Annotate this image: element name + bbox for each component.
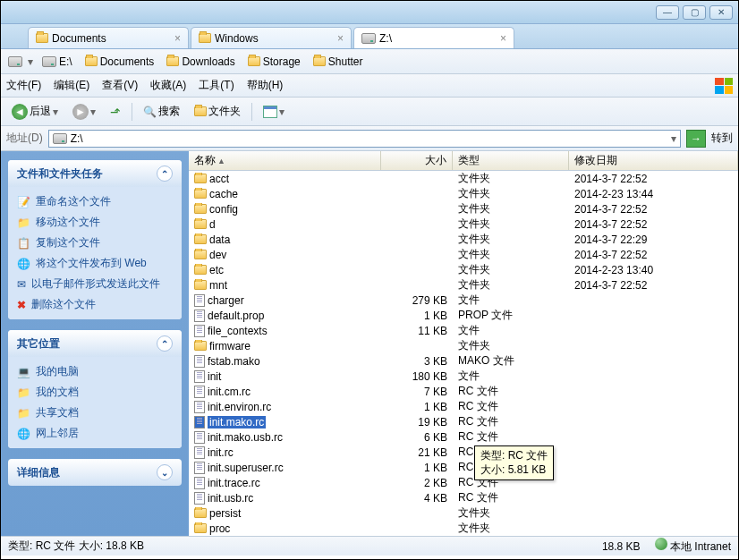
file-row[interactable]: persist文件夹: [189, 505, 738, 521]
close-button[interactable]: ✕: [709, 5, 733, 20]
go-button[interactable]: →: [686, 130, 706, 148]
back-button[interactable]: ◄ 后退▾: [8, 102, 62, 122]
file-type: 文件夹: [453, 338, 569, 353]
folder-icon: [199, 33, 211, 43]
file-row[interactable]: charger279 KB文件: [189, 293, 738, 308]
file-row[interactable]: mnt文件夹2014-3-7 22:52: [189, 277, 738, 293]
drive-icon: [53, 133, 67, 144]
folder-icon: [36, 33, 48, 43]
details-header[interactable]: 详细信息 ⌄: [8, 459, 182, 486]
file-type: 文件夹: [453, 277, 569, 293]
place-item[interactable]: 🌐网上邻居: [17, 426, 173, 441]
file-row[interactable]: init.environ.rc1 KBRC 文件: [189, 399, 738, 414]
other-places-panel: 其它位置 ⌃ 💻我的电脑📁我的文档📁共享文档🌐网上邻居: [8, 330, 182, 448]
address-input[interactable]: Z:\ ▾: [48, 130, 681, 148]
folder-icon: [85, 56, 98, 66]
file-row[interactable]: etc文件夹2014-2-23 13:40: [189, 262, 738, 277]
column-name[interactable]: 名称▲: [189, 151, 381, 170]
quick-link[interactable]: E:\: [38, 54, 76, 70]
minimize-button[interactable]: —: [656, 5, 679, 20]
tab[interactable]: Documents×: [28, 27, 189, 48]
tasks-panel-header[interactable]: 文件和文件夹任务 ⌃: [8, 160, 182, 187]
tab-close[interactable]: ×: [174, 32, 181, 45]
menu-edit[interactable]: 编辑(E): [54, 78, 89, 93]
menu-help[interactable]: 帮助(H): [247, 78, 284, 93]
file-name: mnt: [209, 279, 227, 292]
file-icon: [194, 477, 205, 489]
search-button[interactable]: 🔍搜索: [140, 102, 183, 121]
file-row[interactable]: acct文件夹2014-3-7 22:52: [189, 171, 738, 186]
file-row[interactable]: default.prop1 KBPROP 文件: [189, 308, 738, 323]
file-icon: [194, 325, 205, 337]
menu-view[interactable]: 查看(V): [102, 78, 138, 93]
file-row[interactable]: file_contexts11 KB文件: [189, 323, 738, 338]
up-button[interactable]: ⬏: [106, 103, 124, 121]
file-date: 2014-3-7 22:52: [569, 173, 738, 185]
file-row[interactable]: init180 KB文件: [189, 369, 738, 384]
file-row[interactable]: d文件夹2014-3-7 22:52: [189, 216, 738, 232]
tab[interactable]: Windows×: [191, 27, 352, 48]
file-row[interactable]: init.superuser.rc1 KBRC 文件: [189, 460, 738, 475]
quick-link[interactable]: Documents: [81, 54, 158, 70]
collapse-icon: ⌃: [157, 335, 173, 352]
forward-button[interactable]: ► ▾: [69, 102, 99, 122]
file-row[interactable]: init.cm.rc7 KBRC 文件: [189, 384, 738, 399]
tab-close[interactable]: ×: [500, 32, 506, 45]
task-item[interactable]: ✉以电子邮件形式发送此文件: [17, 276, 173, 292]
file-type: 文件夹: [453, 216, 569, 232]
address-dropdown[interactable]: ▾: [671, 132, 676, 145]
task-icon: 📝: [17, 196, 30, 208]
file-type: 文件: [453, 293, 569, 308]
file-row[interactable]: fstab.mako3 KBMAKO 文件: [189, 353, 738, 369]
place-item[interactable]: 📁我的文档: [17, 385, 173, 400]
file-row[interactable]: data文件夹2014-3-7 22:29: [189, 232, 738, 247]
file-row[interactable]: init.mako.rc19 KBRC 文件: [189, 414, 738, 429]
folder-icon: [194, 219, 207, 229]
file-size: 2 KB: [381, 477, 453, 489]
tab-close[interactable]: ×: [337, 32, 344, 45]
other-places-header[interactable]: 其它位置 ⌃: [8, 330, 182, 357]
column-type[interactable]: 类型: [453, 151, 569, 170]
file-row[interactable]: cache文件夹2014-2-23 13:44: [189, 186, 738, 201]
file-name: init.superuser.rc: [208, 462, 284, 474]
quick-link[interactable]: Shutter: [310, 54, 367, 70]
place-icon: 📁: [17, 407, 30, 420]
file-name: init.usb.rc: [208, 492, 253, 505]
tab[interactable]: Z:\×: [353, 27, 514, 48]
maximize-button[interactable]: ▢: [683, 5, 706, 20]
task-icon: 📋: [17, 237, 30, 250]
place-item[interactable]: 📁共享文档: [17, 405, 173, 420]
file-row[interactable]: init.trace.rc2 KBRC 文件: [189, 475, 738, 490]
file-row[interactable]: init.rc21 KBRC 文件: [189, 445, 738, 460]
menu-file[interactable]: 文件(F): [6, 78, 41, 93]
task-item[interactable]: ✖删除这个文件: [17, 297, 173, 312]
file-name: init.environ.rc: [208, 401, 271, 413]
quick-link[interactable]: Storage: [244, 54, 304, 70]
file-row[interactable]: proc文件夹: [189, 521, 738, 536]
file-row[interactable]: init.mako.usb.rc6 KBRC 文件: [189, 429, 738, 445]
task-item[interactable]: 📝重命名这个文件: [17, 194, 173, 209]
file-row[interactable]: dev文件夹2014-3-7 22:52: [189, 247, 738, 262]
menu-tools[interactable]: 工具(T): [199, 78, 234, 93]
file-type: RC 文件: [453, 384, 569, 399]
quick-link[interactable]: Downloads: [163, 54, 238, 70]
folders-button[interactable]: 文件夹: [191, 102, 244, 121]
task-item[interactable]: 📋复制这个文件: [17, 235, 173, 250]
place-item[interactable]: 💻我的电脑: [17, 364, 173, 379]
task-item[interactable]: 📁移动这个文件: [17, 215, 173, 230]
file-name: cache: [209, 188, 238, 200]
file-type: 文件夹: [453, 171, 569, 186]
views-button[interactable]: ▾: [259, 104, 288, 120]
file-size: 11 KB: [381, 325, 453, 337]
menu-favorites[interactable]: 收藏(A): [150, 78, 186, 93]
column-size[interactable]: 大小: [381, 151, 453, 170]
file-row[interactable]: config文件夹2014-3-7 22:52: [189, 201, 738, 216]
file-size: 1 KB: [381, 462, 453, 474]
file-row[interactable]: init.usb.rc4 KBRC 文件: [189, 490, 738, 505]
file-row[interactable]: firmware文件夹: [189, 338, 738, 353]
file-name: init.mako.rc: [208, 416, 266, 428]
file-name: config: [209, 203, 238, 216]
task-item[interactable]: 🌐将这个文件发布到 Web: [17, 256, 173, 271]
column-date[interactable]: 修改日期: [569, 151, 738, 170]
file-icon: [194, 370, 205, 383]
